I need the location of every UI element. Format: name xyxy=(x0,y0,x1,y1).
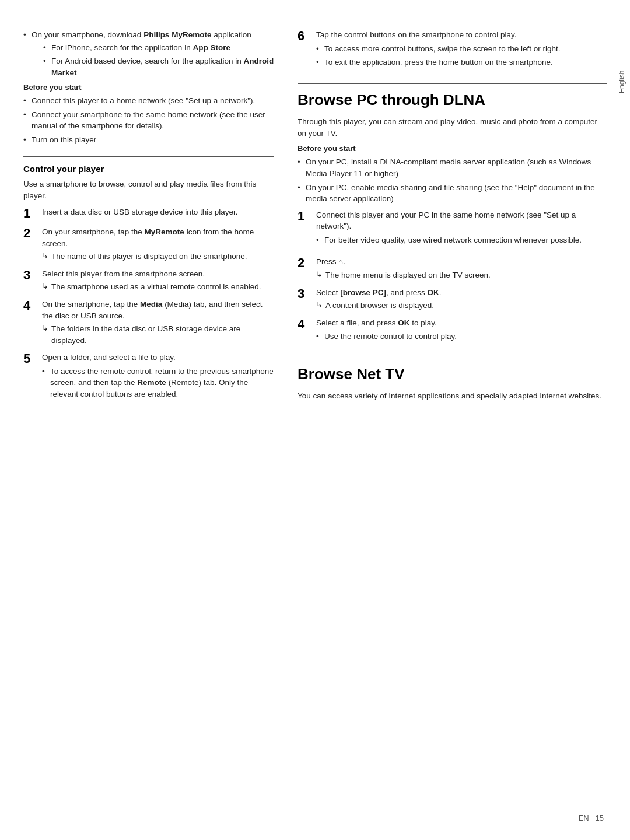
step-6-sub-2: To exit the application, press the home … xyxy=(316,57,607,68)
step-4-content: On the smartphone, tap the Media (Media)… xyxy=(42,299,274,346)
browse-pc-step-4-content: Select a file, and press OK to play. Use… xyxy=(316,317,607,347)
step-1-num: 1 xyxy=(23,206,42,220)
step-2-num: 2 xyxy=(23,226,42,262)
step-6-sub-bullets: To access more control buttons, swipe th… xyxy=(316,43,607,68)
page-number-area: EN 15 xyxy=(579,814,604,822)
app-store-bold: App Store xyxy=(192,43,230,52)
ok-bold-3: OK xyxy=(428,288,439,297)
step-1: 1 Insert a data disc or USB storage devi… xyxy=(23,206,274,220)
browse-pc-step-1-num: 1 xyxy=(298,209,316,251)
intro-sub-bullets: For iPhone, search for the application i… xyxy=(32,42,274,79)
browse-pc-intro: Through this player, you can stream and … xyxy=(298,116,607,140)
english-side-label: English xyxy=(614,47,630,117)
step-6-num: 6 xyxy=(298,29,316,73)
browse-pc-step-3: 3 Select [browse PC], and press OK. A co… xyxy=(298,287,607,312)
step-5-num: 5 xyxy=(23,352,42,404)
before-bullet-3: Turn on this player xyxy=(23,134,274,146)
left-column: On your smartphone, download Philips MyR… xyxy=(6,23,286,817)
browse-pc-step-4-num: 4 xyxy=(298,317,316,347)
remote-bold: Remote xyxy=(137,378,166,387)
media-bold: Media xyxy=(140,300,162,309)
browse-pc-step-4-sub: Use the remote control to control play. xyxy=(316,331,607,342)
before-bullet-2: Connect your smartphone to the same home… xyxy=(23,109,274,132)
browse-pc-step-2-num: 2 xyxy=(298,256,316,281)
ok-bold-4: OK xyxy=(398,318,410,327)
intro-sub-bullet-iphone: For iPhone, search for the application i… xyxy=(43,42,274,54)
step-3-content: Select this player from the smartphone s… xyxy=(42,268,274,293)
browse-pc-title: Browse PC through DLNA xyxy=(298,91,607,109)
step-4-arrow: The folders in the data disc or USB stor… xyxy=(42,323,274,346)
step-4-num: 4 xyxy=(23,299,42,346)
en-label: EN xyxy=(579,814,589,822)
control-intro: Use a smartphone to browse, control and … xyxy=(23,178,274,202)
divider-browse-net xyxy=(298,358,607,358)
right-column: 6 Tap the control buttons on the smartph… xyxy=(286,23,624,817)
before-bullet-1: Connect this player to a home network (s… xyxy=(23,95,274,107)
divider-browse-pc xyxy=(298,83,607,84)
divider-control xyxy=(23,156,274,157)
browse-pc-step-2: 2 Press ⌂. The home menu is displayed on… xyxy=(298,256,607,281)
step-5-sub-1: To access the remote control, return to … xyxy=(42,366,274,400)
myremote-bold-step2: MyRemote xyxy=(145,228,184,236)
step-6: 6 Tap the control buttons on the smartph… xyxy=(298,29,607,73)
intro-sub-bullet-android: For Android based device, search for the… xyxy=(43,55,274,78)
android-market-bold: Android Market xyxy=(51,57,274,77)
browse-pc-step-2-content: Press ⌂. The home menu is displayed on t… xyxy=(316,256,607,281)
browse-pc-step-1-content: Connect this player and your PC in the s… xyxy=(316,209,607,251)
browse-pc-step-3-arrow: A content browser is displayed. xyxy=(316,300,607,312)
browse-pc-step-1: 1 Connect this player and your PC in the… xyxy=(298,209,607,251)
control-your-player-title: Control your player xyxy=(23,164,274,174)
browse-pc-step-4-sub-1: Use the remote control to control play. xyxy=(316,331,607,342)
step-3-arrow: The smartphone used as a virtual remote … xyxy=(42,281,274,293)
step-4: 4 On the smartphone, tap the Media (Medi… xyxy=(23,299,274,346)
before-you-start-label: Before you start xyxy=(23,83,274,92)
step-1-content: Insert a data disc or USB storage device… xyxy=(42,206,274,220)
step-6-content: Tap the control buttons on the smartphon… xyxy=(316,29,607,73)
step6-list: 6 Tap the control buttons on the smartph… xyxy=(298,29,607,73)
step-5: 5 Open a folder, and select a file to pl… xyxy=(23,352,274,404)
step-3-num: 3 xyxy=(23,268,42,293)
step-2-content: On your smartphone, tap the MyRemote ico… xyxy=(42,226,274,262)
intro-bullets: On your smartphone, download Philips MyR… xyxy=(23,29,274,78)
intro-bullet-1: On your smartphone, download Philips MyR… xyxy=(23,29,274,78)
browse-pc-before-label: Before you start xyxy=(298,144,607,153)
browse-pc-before-1: On your PC, install a DLNA-compliant med… xyxy=(298,156,607,179)
control-steps: 1 Insert a data disc or USB storage devi… xyxy=(23,206,274,405)
browse-pc-step-3-content: Select [browse PC], and press OK. A cont… xyxy=(316,287,607,312)
browse-pc-steps: 1 Connect this player and your PC in the… xyxy=(298,209,607,347)
browse-net-title: Browse Net TV xyxy=(298,365,607,383)
browse-pc-before-2: On your PC, enable media sharing and fil… xyxy=(298,182,607,205)
browse-pc-step-1-sub-1: For better video quality, use wired netw… xyxy=(316,235,607,246)
before-you-start-bullets: Connect this player to a home network (s… xyxy=(23,95,274,145)
browse-pc-bold: [browse PC] xyxy=(340,288,386,297)
step-5-sub-bullets: To access the remote control, return to … xyxy=(42,366,274,400)
page-number: 15 xyxy=(596,814,604,822)
step-2: 2 On your smartphone, tap the MyRemote i… xyxy=(23,226,274,262)
step-6-sub-1: To access more control buttons, swipe th… xyxy=(316,43,607,55)
step-5-content: Open a folder, and select a file to play… xyxy=(42,352,274,404)
browse-pc-step-2-arrow: The home menu is displayed on the TV scr… xyxy=(316,270,607,281)
home-icon: ⌂ xyxy=(338,257,343,268)
browse-pc-before-bullets: On your PC, install a DLNA-compliant med… xyxy=(298,156,607,204)
browse-pc-step-3-num: 3 xyxy=(298,287,316,312)
browse-net-intro: You can access variety of Internet appli… xyxy=(298,390,607,402)
step-3: 3 Select this player from the smartphone… xyxy=(23,268,274,293)
browse-pc-step-1-sub: For better video quality, use wired netw… xyxy=(316,235,607,246)
philips-myremote-bold: Philips MyRemote xyxy=(144,30,211,39)
step-2-arrow: The name of this player is displayed on … xyxy=(42,251,274,262)
browse-pc-step-4: 4 Select a file, and press OK to play. U… xyxy=(298,317,607,347)
